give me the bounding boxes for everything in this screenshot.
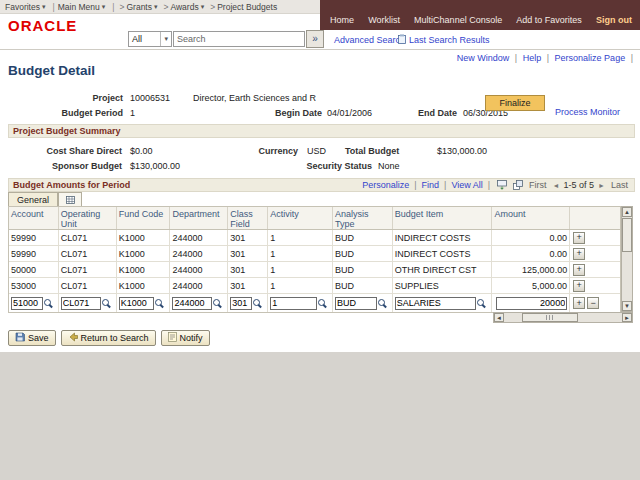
analysis-type-cell: BUD — [333, 246, 393, 261]
lookup-icon[interactable] — [477, 299, 485, 307]
breadcrumb-project-budgets[interactable]: Project Budgets — [217, 2, 277, 12]
fund-code-input[interactable] — [119, 297, 155, 310]
column-header[interactable]: Operating Unit — [59, 207, 117, 229]
add-to-favorites-link[interactable]: Add to Favorites — [516, 15, 582, 25]
personalize-page-link[interactable]: Personalize Page — [555, 53, 626, 63]
column-header-actions — [570, 207, 620, 229]
column-header[interactable]: Fund Code — [117, 207, 171, 229]
find-link[interactable]: Find — [422, 180, 440, 190]
add-row-button[interactable]: + — [573, 248, 585, 260]
add-row-button[interactable]: + — [573, 297, 585, 309]
process-monitor-link[interactable]: Process Monitor — [555, 107, 620, 117]
return-arrow-icon — [68, 332, 78, 344]
fund-code-cell: K1000 — [117, 262, 171, 277]
search-scope-value: All — [132, 34, 142, 44]
fund-code-cell: K1000 — [117, 230, 171, 245]
return-to-search-button[interactable]: Return to Search — [61, 330, 156, 346]
home-link[interactable]: Home — [330, 15, 354, 25]
search-scope-select[interactable]: All ▾ — [128, 31, 172, 47]
budget-period-label: Budget Period — [0, 108, 123, 118]
lookup-icon[interactable] — [253, 299, 261, 307]
analysis-type-input[interactable] — [335, 297, 377, 310]
new-window-link[interactable]: New Window — [457, 53, 510, 63]
column-header[interactable]: Analysis Type — [333, 207, 393, 229]
budget-item-cell: OTHR DIRECT CST — [393, 262, 493, 277]
pager-range: 1-5 of 5 — [564, 180, 595, 190]
notify-button[interactable]: Notify — [161, 330, 210, 346]
view-all-link[interactable]: View All — [451, 180, 482, 190]
amount-cell: 125,000.00 — [492, 262, 570, 277]
activity-cell: 1 — [268, 246, 333, 261]
tab-general[interactable]: General — [8, 192, 58, 206]
pager-prev-icon[interactable]: ◄ — [553, 182, 560, 189]
lookup-icon[interactable] — [44, 299, 52, 307]
delete-row-button[interactable]: − — [587, 297, 599, 309]
grid-toolbar: Personalize | Find | View All | First ◄ … — [362, 180, 630, 190]
scroll-left-icon[interactable]: ◄ — [494, 313, 504, 322]
multichannel-console-link[interactable]: MultiChannel Console — [414, 15, 502, 25]
breadcrumb-grants[interactable]: Grants ▾ — [126, 2, 157, 12]
department-cell: 244000 — [170, 246, 228, 261]
personalize-link[interactable]: Personalize — [362, 180, 409, 190]
scroll-up-icon[interactable]: ▲ — [622, 207, 632, 217]
advanced-search-link[interactable]: Advanced Search — [334, 35, 405, 45]
separator: | — [444, 180, 446, 190]
grid-horizontal-scrollbar[interactable]: ◄ ► — [493, 312, 633, 323]
department-input[interactable] — [172, 297, 212, 310]
search-input[interactable] — [173, 31, 305, 47]
vertical-scroll-thumb[interactable] — [622, 218, 632, 252]
column-header[interactable]: Department — [170, 207, 228, 229]
class-field-input[interactable] — [230, 297, 252, 310]
column-header[interactable]: Account — [9, 207, 59, 229]
main-menu[interactable]: Main Menu ▾ — [58, 2, 106, 12]
grid-body: 59990 CL071 K1000 244000 301 1 BUD INDIR… — [8, 230, 621, 313]
search-go-button[interactable]: » — [306, 30, 324, 48]
lookup-icon[interactable] — [213, 299, 221, 307]
add-row-button[interactable]: + — [573, 280, 585, 292]
pager-last[interactable]: Last — [611, 180, 628, 190]
fund-code-cell — [117, 294, 171, 312]
column-header[interactable]: Budget Item — [393, 207, 493, 229]
show-all-columns-tab[interactable] — [58, 192, 82, 206]
scroll-down-icon[interactable]: ▼ — [622, 301, 632, 311]
pager-first[interactable]: First — [529, 180, 547, 190]
column-header[interactable]: Amount — [492, 207, 570, 229]
operating-unit-input[interactable] — [61, 297, 101, 310]
favorites-menu[interactable]: Favorites ▾ — [5, 2, 45, 12]
account-cell — [9, 294, 59, 312]
add-row-button[interactable]: + — [573, 232, 585, 244]
column-header[interactable]: Activity — [268, 207, 333, 229]
grid-row: 59990 CL071 K1000 244000 301 1 BUD INDIR… — [9, 246, 620, 262]
operating-unit-cell — [59, 294, 117, 312]
lookup-icon[interactable] — [102, 299, 110, 307]
finalize-button[interactable]: Finalize — [485, 95, 545, 111]
lookup-icon[interactable] — [378, 299, 386, 307]
tab-label: General — [17, 195, 49, 205]
notify-label: Notify — [180, 333, 203, 343]
pager-next-icon[interactable]: ► — [598, 182, 605, 189]
account-input[interactable] — [11, 297, 43, 310]
worklist-link[interactable]: Worklist — [368, 15, 400, 25]
account-cell: 53000 — [9, 278, 59, 293]
activity-input[interactable] — [270, 297, 317, 310]
zoom-grid-icon[interactable] — [513, 180, 523, 190]
fund-code-cell: K1000 — [117, 246, 171, 261]
last-search-results-link[interactable]: Last Search Results — [409, 35, 490, 45]
budget-period-value: 1 — [130, 108, 135, 118]
horizontal-scroll-thumb[interactable] — [522, 313, 578, 322]
help-link[interactable]: Help — [523, 53, 542, 63]
sign-out-link[interactable]: Sign out — [596, 15, 632, 25]
lookup-icon[interactable] — [155, 299, 163, 307]
account-cell: 50000 — [9, 262, 59, 277]
grid-vertical-scrollbar[interactable]: ▲ ▼ — [621, 206, 633, 312]
column-header[interactable]: Class Field — [228, 207, 268, 229]
lookup-icon[interactable] — [318, 299, 326, 307]
save-button[interactable]: Save — [8, 330, 56, 346]
breadcrumb-awards[interactable]: Awards ▾ — [170, 2, 204, 12]
download-grid-icon[interactable] — [497, 180, 507, 190]
amount-input[interactable] — [496, 297, 567, 310]
budget-item-input[interactable] — [395, 297, 477, 310]
add-row-button[interactable]: + — [573, 264, 585, 276]
begin-date-value: 04/01/2006 — [327, 108, 372, 118]
scroll-right-icon[interactable]: ► — [622, 313, 632, 322]
